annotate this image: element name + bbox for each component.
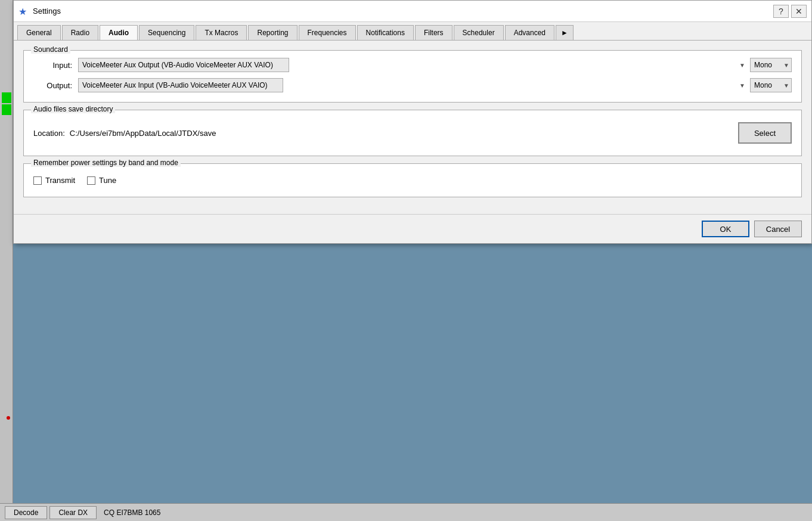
soundcard-group: Soundcard Input: VoiceMeeter Aux Output …	[23, 50, 802, 103]
location-row: Location: C:/Users/ei7bm/AppData/Local/J…	[33, 117, 792, 146]
output-row: Output: VoiceMeeter Aux Input (VB-Audio …	[33, 78, 792, 92]
tab-radio[interactable]: Radio	[62, 25, 98, 41]
power-settings-title: Remember power settings by band and mode	[31, 159, 181, 167]
tab-general[interactable]: General	[17, 25, 61, 41]
tune-checkbox[interactable]	[87, 176, 95, 185]
output-channel-wrapper: Mono Stereo Left Right	[750, 78, 792, 92]
clear-dx-button[interactable]: Clear DX	[49, 506, 97, 519]
input-channel-wrapper: Mono Stereo Left Right	[750, 58, 792, 72]
output-dropdown-group: VoiceMeeter Aux Input (VB-Audio VoiceMee…	[78, 78, 792, 92]
transmit-checkbox[interactable]	[33, 176, 42, 185]
tab-sequencing[interactable]: Sequencing	[139, 25, 194, 41]
left-sidebar	[0, 0, 13, 521]
audio-save-dir-group: Audio files save directory Location: C:/…	[23, 110, 802, 156]
tab-filters[interactable]: Filters	[415, 25, 453, 41]
tab-scroll-arrow[interactable]: ►	[556, 25, 574, 41]
output-select[interactable]: VoiceMeeter Aux Input (VB-Audio VoiceMee…	[78, 78, 283, 92]
transmit-checkbox-item[interactable]: Transmit	[33, 176, 75, 185]
decode-button[interactable]: Decode	[5, 506, 47, 519]
transmit-label: Transmit	[45, 176, 75, 185]
bottom-bar: Decode Clear DX CQ EI7BMB 1065	[0, 503, 812, 521]
tune-label: Tune	[99, 176, 116, 185]
output-channel-select[interactable]: Mono Stereo Left Right	[750, 78, 792, 92]
cq-text: CQ EI7BMB 1065	[104, 508, 160, 517]
input-select[interactable]: VoiceMeeter Aux Output (VB-Audio VoiceMe…	[78, 58, 289, 72]
ok-button[interactable]: OK	[702, 221, 749, 237]
title-controls: ? ✕	[773, 5, 807, 18]
title-bar: ★ Settings ? ✕	[14, 1, 811, 22]
tab-advanced[interactable]: Advanced	[505, 25, 554, 41]
close-button[interactable]: ✕	[791, 5, 807, 18]
green-bar-1	[2, 92, 11, 103]
dialog-footer: OK Cancel	[14, 214, 811, 243]
output-combo-wrapper: VoiceMeeter Aux Input (VB-Audio VoiceMee…	[78, 78, 748, 92]
tab-scheduler[interactable]: Scheduler	[454, 25, 504, 41]
tab-frequencies[interactable]: Frequencies	[299, 25, 356, 41]
cancel-button[interactable]: Cancel	[754, 221, 802, 237]
green-bar-2	[2, 104, 11, 115]
tab-notifications[interactable]: Notifications	[357, 25, 414, 41]
input-combo-wrapper: VoiceMeeter Aux Output (VB-Audio VoiceMe…	[78, 58, 748, 72]
tab-bar: General Radio Audio Sequencing Tx Macros…	[14, 22, 811, 41]
location-path: C:/Users/ei7bm/AppData/Local/JTDX/save	[70, 129, 731, 138]
content-area: Soundcard Input: VoiceMeeter Aux Output …	[14, 41, 811, 214]
power-checkboxes: Transmit Tune	[33, 171, 792, 187]
input-row: Input: VoiceMeeter Aux Output (VB-Audio …	[33, 58, 792, 72]
input-dropdown-group: VoiceMeeter Aux Output (VB-Audio VoiceMe…	[78, 58, 792, 72]
tune-checkbox-item[interactable]: Tune	[87, 176, 116, 185]
select-button[interactable]: Select	[738, 122, 792, 144]
tab-reporting[interactable]: Reporting	[248, 25, 297, 41]
help-button[interactable]: ?	[773, 5, 789, 18]
dialog-title: Settings	[33, 7, 773, 15]
power-settings-group: Remember power settings by band and mode…	[23, 163, 802, 197]
input-label: Input:	[33, 61, 72, 70]
status-dot	[7, 416, 10, 420]
settings-dialog: ★ Settings ? ✕ General Radio Audio Seque…	[13, 0, 812, 244]
app-icon: ★	[18, 6, 29, 17]
soundcard-title: Soundcard	[31, 45, 70, 54]
location-label: Location:	[33, 129, 65, 138]
audio-save-dir-title: Audio files save directory	[31, 105, 115, 113]
output-label: Output:	[33, 81, 72, 90]
input-channel-select[interactable]: Mono Stereo Left Right	[750, 58, 792, 72]
tab-tx-macros[interactable]: Tx Macros	[196, 25, 247, 41]
tab-audio[interactable]: Audio	[100, 25, 138, 41]
